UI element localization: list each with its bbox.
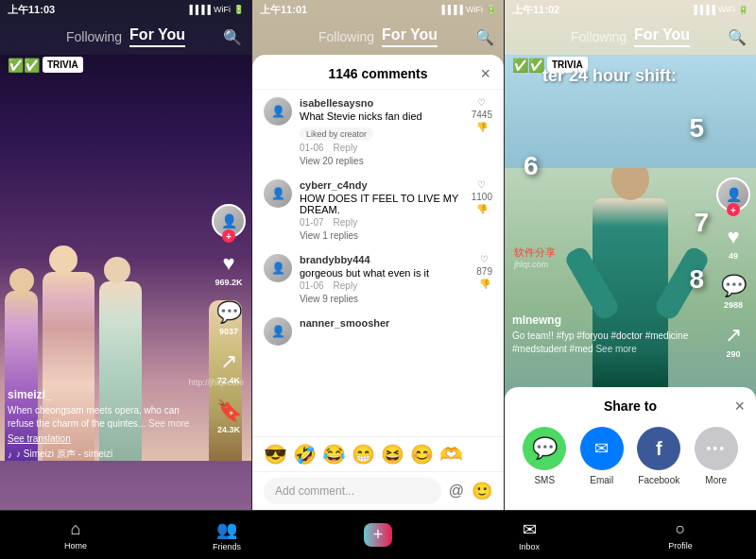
foryou-tab-3[interactable]: For You <box>634 26 690 47</box>
foryou-tab-1[interactable]: For You <box>129 26 185 47</box>
comments-list[interactable]: 👤 isabellesaysno What Stevie nicks fan d… <box>252 90 504 436</box>
emoji-button[interactable]: 🙂 <box>472 481 492 501</box>
comment-avatar: 👤 <box>264 317 292 346</box>
comment-meta: 01-07 Reply <box>300 217 464 228</box>
share-icon-1: ↗ <box>220 349 237 374</box>
status-bar-2: 上午11:01 ▐▐▐▐ WiFi 🔋 <box>252 0 504 19</box>
username-3[interactable]: mlnewng <box>512 313 704 327</box>
profile-icon: ○ <box>676 519 686 539</box>
like-count-1: 969.2K <box>215 278 242 287</box>
view-replies-2[interactable]: View 1 replies <box>300 230 464 241</box>
commenter-username[interactable]: nanner_smoosher <box>300 317 492 329</box>
trivia-label-1: TRIVIA <box>43 57 83 73</box>
share-items-row: 💬 SMS ✉ Email f Facebook ••• More <box>516 427 745 485</box>
search-icon-2[interactable]: 🔍 <box>475 28 494 46</box>
nav-home-label: Home <box>64 541 87 551</box>
share-more[interactable]: ••• More <box>695 427 738 485</box>
following-tab-2[interactable]: Following <box>318 29 374 44</box>
username-1[interactable]: simeizi_ <box>8 388 199 401</box>
follow-button-3[interactable]: + <box>727 203 740 216</box>
share-email[interactable]: ✉ Email <box>580 427 624 485</box>
comment-likes-1[interactable]: ♡ 7445 👎 <box>472 97 492 166</box>
follow-button-1[interactable]: + <box>222 229 235 243</box>
friends-icon: 👥 <box>216 519 237 540</box>
facebook-icon: f <box>637 427 680 470</box>
share-title: Share to <box>604 398 657 414</box>
commenter-username[interactable]: brandybby444 <box>300 254 469 265</box>
comment-likes-3[interactable]: ♡ 879 👎 <box>476 254 492 304</box>
number-8: 8 <box>689 264 704 295</box>
nav-inbox[interactable]: ✉ Inbox <box>501 519 558 551</box>
heart-icon: ♡ <box>477 179 486 190</box>
search-icon-3[interactable]: 🔍 <box>728 28 747 46</box>
at-button[interactable]: @ <box>449 483 464 500</box>
heart-icon-3: ♥ <box>727 225 739 249</box>
share-facebook[interactable]: f Facebook <box>637 427 680 485</box>
following-tab-1[interactable]: Following <box>66 29 122 44</box>
share-header: Share to × <box>516 398 745 414</box>
nav-profile[interactable]: ○ Profile <box>652 519 709 551</box>
emoji-reaction-row[interactable]: 😎 🤣 😂 😁 😆 😊 🫶 <box>252 436 504 471</box>
view-replies-3[interactable]: View 9 replies <box>300 294 469 304</box>
nav-home[interactable]: ⌂ Home <box>47 519 104 551</box>
view-replies-1[interactable]: View 20 replies <box>300 156 464 166</box>
share-action-1[interactable]: ↗ 72.4K <box>217 349 240 385</box>
nav-add[interactable]: + <box>350 523 406 547</box>
email-label: Email <box>590 475 613 485</box>
see-more-3[interactable]: See more <box>595 344 636 354</box>
comment-text: gorgeous but what even is it <box>300 267 469 279</box>
nav-friends-label: Friends <box>213 542 241 551</box>
facebook-label: Facebook <box>638 475 679 485</box>
comment-meta: 01-06 Reply <box>300 143 464 153</box>
bottom-info-3: mlnewng Go team!! #fyp #foryou #doctor #… <box>512 313 704 359</box>
share-sms[interactable]: 💬 SMS <box>523 427 566 485</box>
sms-label: SMS <box>534 475 555 485</box>
heart-icon: ♡ <box>480 254 489 264</box>
top-nav-3: Following For You 🔍 <box>505 19 756 55</box>
time-2: 上午11:01 <box>260 3 307 17</box>
comment-action-1[interactable]: 💬 9037 <box>216 300 242 336</box>
comment-text: What Stevie nicks fan died <box>300 110 464 122</box>
comment-action-3[interactable]: 💬 2988 <box>721 274 747 310</box>
bookmark-count-1: 24.3K <box>217 425 240 434</box>
sms-icon: 💬 <box>523 427 566 470</box>
foryou-tab-2[interactable]: For You <box>382 26 438 47</box>
trivia-badge-1: ✅✅ TRIVIA <box>8 57 83 73</box>
see-more-1[interactable]: See more <box>148 418 189 429</box>
commenter-username[interactable]: cyberr_c4ndy <box>300 179 464 191</box>
comments-close-button[interactable]: × <box>480 64 490 84</box>
comment-body: cyberr_c4ndy HOW DOES IT FEEL TO LIVE MY… <box>300 179 464 241</box>
panel-3: 上午11:02 ▐▐▐▐ WiFi 🔋 Following For You 🔍 … <box>505 0 756 510</box>
share-close-button[interactable]: × <box>734 397 745 416</box>
comments-header: 1146 comments × <box>252 55 504 90</box>
avatar-1[interactable]: 👤 + <box>212 204 246 238</box>
inbox-icon: ✉ <box>523 519 537 540</box>
comment-avatar: 👤 <box>264 179 292 208</box>
bookmark-action-1[interactable]: 🔖 24.3K <box>216 398 242 434</box>
music-text-1: ♪ Simeizi 原声 - simeizi <box>16 448 112 461</box>
search-icon-1[interactable]: 🔍 <box>223 28 242 46</box>
following-tab-3[interactable]: Following <box>571 29 627 44</box>
time-1: 上午11:03 <box>8 3 55 17</box>
like-action-1[interactable]: ♥ 969.2K <box>215 251 242 287</box>
nav-inbox-label: Inbox <box>519 542 540 551</box>
comment-likes-2[interactable]: ♡ 1100 👎 <box>472 179 492 241</box>
share-count-1: 72.4K <box>217 376 240 385</box>
avatar-3[interactable]: 👤 + <box>716 178 750 212</box>
home-icon: ⌂ <box>71 519 81 539</box>
comment-body: nanner_smoosher <box>300 317 492 346</box>
nav-friends[interactable]: 👥 Friends <box>198 519 255 551</box>
status-bar-3: 上午11:02 ▐▐▐▐ WiFi 🔋 <box>505 0 756 19</box>
commenter-username[interactable]: isabellesaysno <box>300 97 464 109</box>
status-icons-2: ▐▐▐▐ WiFi 🔋 <box>438 5 496 14</box>
share-action-3[interactable]: ↗ 290 <box>725 323 742 359</box>
email-icon: ✉ <box>580 427 624 470</box>
like-count-3: 49 <box>729 251 738 261</box>
comments-title: 1146 comments <box>328 66 427 81</box>
comment-item: 👤 nanner_smoosher <box>264 317 492 346</box>
add-icon: + <box>364 523 393 547</box>
like-action-3[interactable]: ♥ 49 <box>727 225 739 261</box>
comments-overlay: 1146 comments × 👤 isabellesaysno What St… <box>252 55 504 510</box>
translate-1[interactable]: See translation <box>8 433 199 444</box>
comment-input-field[interactable]: Add comment... <box>264 478 441 504</box>
